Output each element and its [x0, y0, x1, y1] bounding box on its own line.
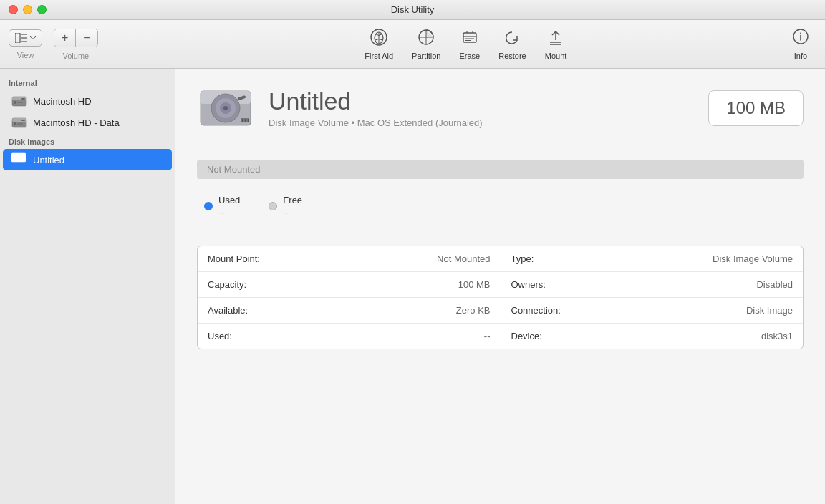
- erase-label: Erase: [459, 52, 480, 60]
- minimize-button[interactable]: [23, 5, 32, 14]
- sidebar: Internal Macintosh HD: [0, 69, 175, 504]
- info-button[interactable]: Info: [786, 25, 815, 63]
- erase-button[interactable]: Erase: [452, 25, 487, 63]
- internal-section-label: Internal: [0, 74, 175, 90]
- svg-rect-27: [21, 120, 25, 121]
- details-col-right: Type: Disk Image Volume Owners: Disabled…: [501, 246, 804, 349]
- close-button[interactable]: [9, 5, 18, 14]
- capacity-key: Capacity:: [208, 279, 458, 290]
- sidebar-item-label-untitled: Untitled: [33, 155, 64, 165]
- main-layout: Internal Macintosh HD: [0, 69, 825, 504]
- disk-icon-2: [11, 115, 27, 130]
- add-volume-button[interactable]: +: [54, 29, 76, 47]
- device-key: Device:: [511, 331, 761, 341]
- detail-row-available: Available: Zero KB: [198, 298, 501, 324]
- sidebar-item-label-macintosh-hd: Macintosh HD: [33, 96, 92, 107]
- svg-point-18: [800, 33, 801, 34]
- used-val: --: [484, 331, 491, 341]
- svg-rect-0: [15, 33, 20, 43]
- sidebar-item-macintosh-hd-data[interactable]: Macintosh HD - Data: [3, 112, 172, 133]
- svg-rect-31: [11, 153, 26, 157]
- svg-rect-43: [248, 119, 249, 122]
- sidebar-item-label-macintosh-hd-data: Macintosh HD - Data: [33, 117, 120, 128]
- connection-key: Connection:: [511, 305, 746, 316]
- partition-label: Partition: [412, 52, 440, 60]
- detail-row-owners: Owners: Disabled: [501, 272, 804, 298]
- stats-section: Not Mounted Used -- Free: [197, 160, 804, 223]
- maximize-button[interactable]: [37, 5, 47, 14]
- window-title: Disk Utility: [391, 4, 435, 15]
- details-grid: Mount Point: Not Mounted Capacity: 100 M…: [198, 246, 803, 349]
- remove-volume-button[interactable]: −: [76, 29, 97, 47]
- mount-point-key: Mount Point:: [208, 253, 437, 264]
- disk-icon: [11, 93, 27, 109]
- not-mounted-bar: Not Mounted: [197, 160, 804, 179]
- view-icon: [15, 33, 28, 43]
- sidebar-item-untitled[interactable]: Untitled: [3, 149, 172, 170]
- content-area: Untitled Disk Image Volume • Mac OS Exte…: [175, 69, 825, 504]
- svg-rect-42: [245, 119, 246, 122]
- used-label-row: Used: [218, 195, 240, 205]
- chevron-down-icon: [30, 36, 36, 39]
- capacity-val: 100 MB: [458, 279, 491, 290]
- free-dot: [269, 202, 277, 210]
- volume-name: Untitled: [269, 88, 694, 115]
- restore-label: Restore: [498, 52, 526, 60]
- svg-rect-29: [17, 123, 23, 125]
- type-key: Type:: [511, 253, 713, 264]
- mount-icon: [546, 28, 565, 49]
- details-col-left: Mount Point: Not Mounted Capacity: 100 M…: [198, 246, 501, 349]
- view-label: View: [17, 51, 34, 59]
- info-icon: [792, 28, 809, 49]
- used-key: Used:: [208, 331, 484, 341]
- detail-row-mount-point: Mount Point: Not Mounted: [198, 246, 501, 272]
- toolbar-actions: First Aid Partition: [115, 25, 816, 63]
- partition-icon: [417, 28, 435, 49]
- free-stat: Free --: [269, 195, 302, 218]
- first-aid-button[interactable]: First Aid: [357, 25, 400, 63]
- svg-rect-41: [242, 119, 243, 122]
- first-aid-icon: [370, 28, 388, 49]
- detail-row-type: Type: Disk Image Volume: [501, 246, 804, 272]
- used-col: Used --: [218, 195, 240, 218]
- used-dot: [204, 202, 213, 210]
- volume-label: Volume: [62, 52, 89, 60]
- volume-header: Untitled Disk Image Volume • Mac OS Exte…: [197, 83, 804, 145]
- mount-label: Mount: [545, 52, 567, 60]
- owners-val: Disabled: [756, 279, 793, 290]
- volume-buttons: + −: [54, 29, 98, 47]
- volume-subtitle: Disk Image Volume • Mac OS Extended (Jou…: [269, 117, 694, 128]
- first-aid-label: First Aid: [365, 52, 393, 60]
- hdd-icon: [198, 84, 254, 132]
- partition-button[interactable]: Partition: [405, 25, 448, 63]
- mount-button[interactable]: Mount: [538, 25, 574, 63]
- sidebar-item-macintosh-hd[interactable]: Macintosh HD: [3, 90, 172, 112]
- detail-row-device: Device: disk3s1: [501, 324, 804, 349]
- volume-image: [197, 83, 254, 133]
- svg-point-28: [14, 122, 16, 125]
- divider: [197, 238, 804, 238]
- detail-row-capacity: Capacity: 100 MB: [198, 272, 501, 298]
- restore-icon: [503, 28, 521, 49]
- volume-info: Untitled Disk Image Volume • Mac OS Exte…: [269, 88, 694, 128]
- restore-button[interactable]: Restore: [491, 25, 534, 63]
- svg-point-38: [223, 106, 228, 110]
- not-mounted-label: Not Mounted: [207, 164, 260, 175]
- connection-val: Disk Image: [746, 305, 793, 316]
- details-table: Mount Point: Not Mounted Capacity: 100 M…: [197, 246, 804, 349]
- toolbar: View + − Volume First Aid: [0, 20, 825, 69]
- volume-size-badge: 100 MB: [708, 90, 804, 126]
- used-label: Used: [218, 195, 240, 205]
- free-value: --: [283, 207, 302, 218]
- erase-icon: [460, 28, 479, 49]
- free-label-row: Free: [283, 195, 302, 205]
- free-col: Free --: [283, 195, 302, 218]
- volume-icon: [11, 152, 27, 168]
- type-val: Disk Image Volume: [713, 253, 793, 264]
- info-label: Info: [794, 52, 807, 60]
- svg-rect-22: [21, 98, 25, 100]
- detail-row-used: Used: --: [198, 324, 501, 349]
- view-button[interactable]: [9, 29, 42, 47]
- svg-rect-24: [17, 102, 23, 103]
- svg-point-23: [14, 101, 16, 104]
